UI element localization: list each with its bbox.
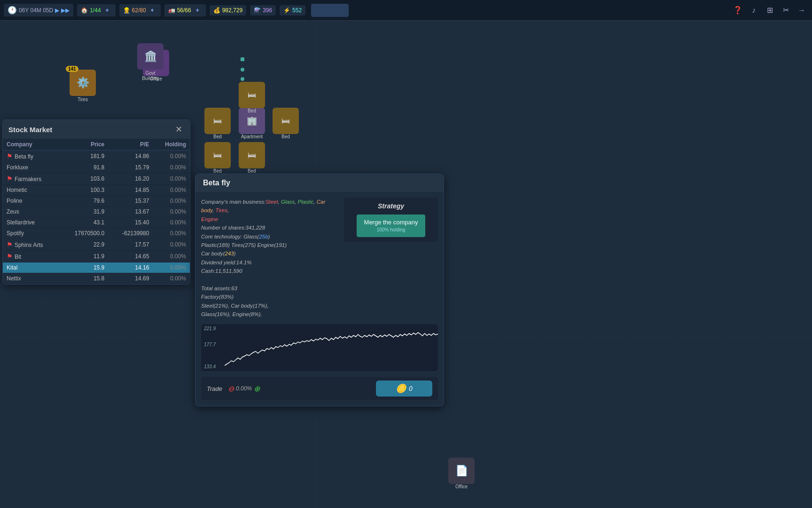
music-btn[interactable]: ♪ <box>747 4 760 17</box>
bed-tile-1[interactable]: 🛏 Bed <box>204 108 231 139</box>
stock-panel-title: Stock Market <box>8 126 52 134</box>
stock-table-row[interactable]: Hometic100.314.850.00% <box>3 185 190 196</box>
detail-chart: 221.9 177.7 133.4 <box>201 324 438 371</box>
price-cell: 15.9 <box>60 262 108 273</box>
holding-cell: 0.00% <box>153 162 190 173</box>
detail-strategy: Strategy Merge the company 100% holding <box>344 198 438 242</box>
col-pe: P/E <box>108 139 153 151</box>
car-body-info: Car body(243) <box>201 251 236 256</box>
company-name-cell: Zeus <box>3 206 60 217</box>
play-btn[interactable]: ▶ <box>55 7 59 14</box>
bed-label-1: Bed <box>204 134 231 139</box>
bed-label-5: Bed <box>239 168 265 174</box>
trucks-count: 🚛 56/66 + <box>164 4 206 16</box>
price-cell: 100.3 <box>60 185 108 196</box>
stock-table-row[interactable]: Zeus31.913.670.00% <box>3 206 190 217</box>
stock-table-row[interactable]: ⚑ Farmakers103.616.200.00% <box>3 173 190 185</box>
money-display: 💰 982,729 <box>210 5 246 16</box>
production-info: Plastic(189) Tires(275) Engine(191) <box>201 242 287 248</box>
company-name-cell: Stellardrive <box>3 217 60 228</box>
price-cell: 181.9 <box>60 151 108 162</box>
glass-engine-info: Glass(16%), Engine(8%), <box>201 311 262 317</box>
holding-cell: 0.00% <box>153 239 190 251</box>
fast-forward-btn[interactable]: ▶▶ <box>61 7 70 14</box>
bed-tile-large[interactable]: 🛏 Bed <box>239 82 265 113</box>
price-cell: 91.8 <box>60 162 108 173</box>
holding-cell: 0.00% <box>153 151 190 162</box>
company-icon: ⚑ <box>7 175 15 183</box>
pe-cell: 15.40 <box>108 217 153 228</box>
home-add-btn[interactable]: + <box>103 6 112 15</box>
tires-building-tile[interactable]: 141 ⚙️ Tires <box>70 70 96 102</box>
pe-cell: 15.37 <box>108 196 153 206</box>
chart-max-label: 221.9 <box>204 326 216 331</box>
trade-amount-box: 🪙 0 <box>376 381 432 397</box>
company-name-text: Bit <box>15 254 21 260</box>
trade-pct-value: 0.00% <box>236 385 252 392</box>
trade-increase-btn[interactable]: ⊕ <box>254 384 260 393</box>
office-building-tile[interactable]: 🏛️ GovtBuilding <box>137 43 164 81</box>
home-count: 🏠 1/44 + <box>77 4 115 16</box>
trucks-add-btn[interactable]: + <box>193 6 202 15</box>
grid-btn[interactable]: ⊞ <box>763 4 776 17</box>
exit-btn[interactable]: → <box>795 4 808 17</box>
chart-mid-label: 177.7 <box>204 342 216 347</box>
stock-table-row[interactable]: ⚑ Beta fly181.914.860.00% <box>3 151 190 162</box>
company-name-text: Forkluxe <box>7 164 28 171</box>
scissors-btn[interactable]: ✂ <box>779 4 792 17</box>
company-name-text: Nettix <box>7 275 21 282</box>
col-holding: Holding <box>153 139 190 151</box>
merge-company-btn[interactable]: Merge the company 100% holding <box>357 214 426 237</box>
pe-cell: 14.16 <box>108 262 153 273</box>
bed-tile-5[interactable]: 🛏 Bed <box>239 142 265 174</box>
company-name-cell: Nettix <box>3 273 60 284</box>
apt-label: Apartment <box>239 134 265 139</box>
price-cell: 79.6 <box>60 196 108 206</box>
holding-cell: 0.00% <box>153 251 190 262</box>
trade-decrease-btn[interactable]: ⊖ <box>228 384 234 393</box>
stock-table-row[interactable]: Kital15.914.160.00% <box>3 262 190 273</box>
office-building-2[interactable]: 📄 Office <box>448 458 475 489</box>
detail-header: Beta fly <box>195 174 444 192</box>
stock-table-row[interactable]: Poline79.615.370.00% <box>3 196 190 206</box>
pe-cell: 14.86 <box>108 151 153 162</box>
detail-info: Company's main business:Steel, Glass, Pl… <box>201 198 339 318</box>
connector-3 <box>241 77 244 81</box>
company-name-cell: Kital <box>3 262 60 273</box>
clock-icon: 🕐 <box>8 6 17 15</box>
help-btn[interactable]: ❓ <box>731 4 744 17</box>
stock-panel-close-btn[interactable]: ✕ <box>173 124 184 135</box>
bed-label-4: Bed <box>204 168 231 174</box>
detail-body: Company's main business:Steel, Glass, Pl… <box>195 192 444 324</box>
company-name-cell: ⚑ Sphinx Arts <box>3 239 60 251</box>
stock-table-scroll[interactable]: Company Price P/E Holding ⚑ Beta fly181.… <box>3 139 190 284</box>
trade-label: Trade <box>207 385 222 392</box>
company-name-cell: Hometic <box>3 185 60 196</box>
energy-icon: ⚡ <box>283 7 290 14</box>
tires-badge: 141 <box>66 66 78 72</box>
energy-display: ⚡ 552 <box>280 5 305 16</box>
stock-table-row[interactable]: ⚑ Sphinx Arts22.917.570.00% <box>3 239 190 251</box>
pe-cell: 14.65 <box>108 251 153 262</box>
pe-cell: -62139980 <box>108 228 153 239</box>
connector-2 <box>241 68 244 71</box>
stock-table-row[interactable]: Nettix15.814.690.00% <box>3 273 190 284</box>
bed-tile-4[interactable]: 🛏 Bed <box>204 142 231 174</box>
stock-table-row[interactable]: Stellardrive43.115.400.00% <box>3 217 190 228</box>
stock-table-row[interactable]: ⚑ Bit11.914.650.00% <box>3 251 190 262</box>
coin-icon: 🪙 <box>396 383 406 394</box>
bed-tile-3[interactable]: 🛏 Bed <box>273 108 299 139</box>
trade-pct-control: ⊖ 0.00% ⊕ <box>228 384 260 393</box>
company-name-cell: ⚑ Beta fly <box>3 151 60 162</box>
time-display: 🕐 06Y 04M 05D ▶ ▶▶ <box>4 4 73 16</box>
stock-table-row[interactable]: Spotify17670500.0-621399800.00% <box>3 228 190 239</box>
stock-table-row[interactable]: Forkluxe91.815.790.00% <box>3 162 190 173</box>
company-name-text: Hometic <box>7 187 27 193</box>
workers-add-btn[interactable]: + <box>148 6 157 15</box>
holding-cell: 0.00% <box>153 185 190 196</box>
price-cell: 17670500.0 <box>60 228 108 239</box>
office-label-2: Office <box>448 484 475 489</box>
company-name-text: Beta fly <box>15 153 33 160</box>
detail-trade-bar: Trade ⊖ 0.00% ⊕ 🪙 0 <box>201 377 438 400</box>
pe-cell: 14.69 <box>108 273 153 284</box>
